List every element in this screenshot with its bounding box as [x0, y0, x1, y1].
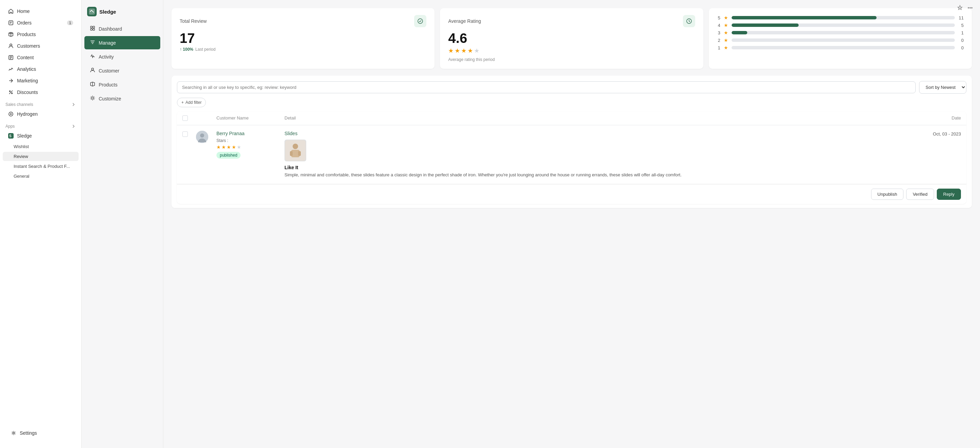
- total-review-card: Total Review 17 ↑ 100% Last period: [172, 8, 434, 69]
- svg-point-15: [92, 97, 94, 99]
- sidebar-item-products[interactable]: Products: [3, 29, 79, 40]
- rating-2-count: 0: [958, 38, 964, 43]
- review-icon: [414, 15, 426, 27]
- row-customer-cell: Berry Pranaa Stars : ★ ★ ★ ★ ★ published: [216, 131, 285, 159]
- sidebar-sub-instant-search[interactable]: Instant Search & Product F...: [3, 162, 79, 171]
- rating-5-star: ★: [724, 15, 728, 21]
- customer-icon: [90, 67, 95, 74]
- sidebar-sub-instant-search-label: Instant Search & Product F...: [14, 164, 70, 169]
- sidebar-item-settings[interactable]: Settings: [5, 427, 76, 438]
- rating-bar-row-5: 5 ★ 11: [717, 15, 964, 21]
- sub-menu-customer[interactable]: Customer: [84, 64, 160, 77]
- rating-4-num: 4: [717, 23, 721, 28]
- stars-label: Stars :: [216, 138, 285, 143]
- svg-rect-13: [93, 29, 95, 30]
- sub-sidebar-logo: [87, 7, 97, 16]
- sidebar-item-customers[interactable]: Customers: [3, 40, 79, 51]
- pin-icon[interactable]: [957, 5, 963, 12]
- reply-button[interactable]: Reply: [937, 188, 961, 200]
- svg-point-24: [293, 143, 298, 149]
- unpublish-button[interactable]: Unpublish: [871, 188, 904, 200]
- select-all-checkbox[interactable]: [182, 115, 188, 121]
- svg-rect-11: [93, 26, 95, 28]
- avatar: [196, 131, 208, 143]
- average-rating-sub: Average rating this period: [448, 57, 695, 62]
- sub-sidebar: Sledge Dashboard Manage Activity: [82, 0, 163, 448]
- sort-select[interactable]: Sort by Newest: [919, 81, 966, 94]
- row-star-3: ★: [227, 144, 231, 150]
- add-filter-button[interactable]: + Add filter: [177, 98, 206, 107]
- sub-menu-customize[interactable]: Customize: [84, 92, 160, 105]
- rating-4-count: 5: [958, 23, 964, 28]
- total-review-value: 17: [180, 31, 426, 45]
- sidebar-sub-wishlist[interactable]: Wishlist: [3, 142, 79, 151]
- search-input[interactable]: [177, 81, 916, 93]
- sidebar-item-discounts-label: Discounts: [17, 89, 38, 95]
- search-bar: Sort by Newest: [177, 81, 966, 94]
- sidebar-item-orders[interactable]: Orders 1: [3, 18, 79, 28]
- rating-bars-card: 5 ★ 11 4 ★ 5 3 ★ 1: [709, 8, 972, 69]
- sidebar-item-analytics-label: Analytics: [17, 66, 36, 72]
- sidebar-item-marketing[interactable]: Marketing: [3, 75, 79, 86]
- rating-4-star: ★: [724, 22, 728, 28]
- total-review-sub: ↑ 100% Last period: [180, 47, 426, 52]
- sidebar-item-content[interactable]: Content: [3, 52, 79, 63]
- star-4: ★: [468, 47, 473, 54]
- sub-menu-activity[interactable]: Activity: [84, 50, 160, 63]
- product-name-link[interactable]: Slides: [285, 131, 907, 136]
- marketing-icon: [8, 78, 14, 83]
- sidebar-sub-review[interactable]: Review: [3, 152, 79, 161]
- row-checkbox-cell: [182, 131, 196, 137]
- sub-menu-customer-label: Customer: [99, 68, 119, 73]
- action-buttons: Unpublish Verified Reply: [177, 184, 966, 204]
- header-detail: Detail: [285, 115, 907, 121]
- sidebar-item-customers-label: Customers: [17, 43, 40, 49]
- rating-3-count: 1: [958, 30, 964, 35]
- rating-1-count: 0: [958, 45, 964, 50]
- stat-cards: Total Review 17 ↑ 100% Last period Avera: [172, 8, 972, 69]
- rating-3-num: 3: [717, 30, 721, 35]
- row-star-5: ★: [237, 144, 241, 150]
- svg-point-16: [968, 8, 969, 8]
- products2-icon: [90, 81, 95, 88]
- main-content: Total Review 17 ↑ 100% Last period Avera: [163, 0, 980, 448]
- sub-sidebar-header: Sledge: [82, 4, 163, 22]
- verified-button[interactable]: Verified: [906, 188, 934, 200]
- sidebar-sub-general[interactable]: General: [3, 172, 79, 181]
- sidebar-item-discounts[interactable]: Discounts: [3, 87, 79, 98]
- svg-point-4: [11, 93, 13, 94]
- sub-menu-products[interactable]: Products: [84, 78, 160, 91]
- rating-bar-row-2: 2 ★ 0: [717, 37, 964, 43]
- sub-menu-dashboard[interactable]: Dashboard: [84, 22, 160, 35]
- header-checkbox-cell: [182, 115, 196, 121]
- svg-point-1: [10, 44, 12, 46]
- row-checkbox[interactable]: [182, 131, 188, 137]
- discounts-icon: [8, 89, 14, 95]
- sidebar-item-analytics[interactable]: Analytics: [3, 64, 79, 75]
- sub-menu-dashboard-label: Dashboard: [99, 26, 122, 32]
- row-date: Oct, 03 - 2023: [907, 131, 961, 137]
- svg-point-14: [92, 68, 94, 70]
- more-options-icon[interactable]: [967, 5, 973, 12]
- rating-bar-row-1: 1 ★ 0: [717, 45, 964, 50]
- svg-point-17: [970, 8, 970, 8]
- rating-bar-row-3: 3 ★ 1: [717, 30, 964, 35]
- review-text: Simple, minimal and comfortable, these s…: [285, 172, 907, 179]
- svg-point-3: [10, 91, 11, 92]
- sub-sidebar-title: Sledge: [99, 9, 116, 14]
- sidebar-item-sledge-app[interactable]: S Sledge: [3, 131, 79, 141]
- sidebar-item-home[interactable]: Home: [3, 6, 79, 17]
- svg-rect-26: [290, 151, 293, 156]
- sidebar-item-products-label: Products: [17, 32, 36, 37]
- table-row: Berry Pranaa Stars : ★ ★ ★ ★ ★ published…: [177, 125, 966, 184]
- plus-icon: +: [181, 100, 184, 105]
- manage-icon: [90, 40, 95, 46]
- rating-5-fill: [732, 16, 877, 19]
- sidebar-item-hydrogen[interactable]: Hydrogen: [3, 108, 79, 120]
- status-badge: published: [216, 152, 240, 159]
- rating-1-star: ★: [724, 45, 728, 50]
- add-filter-btn[interactable]: + Add filter: [177, 98, 966, 107]
- sub-menu-manage[interactable]: Manage: [84, 36, 160, 49]
- add-filter-label: Add filter: [185, 100, 202, 105]
- svg-rect-0: [9, 21, 13, 25]
